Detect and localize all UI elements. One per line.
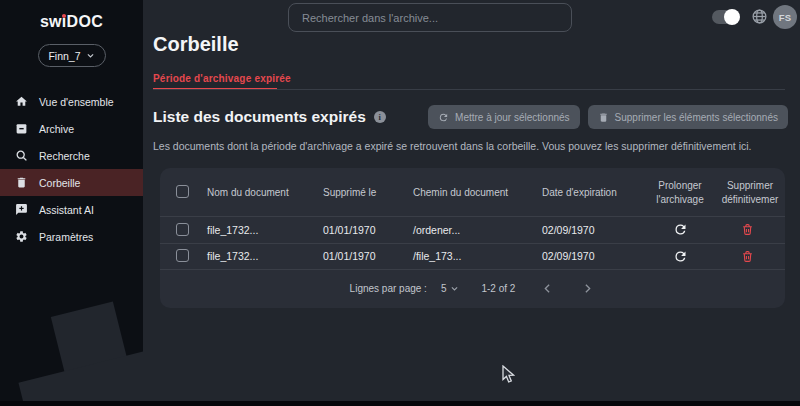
avatar[interactable]: FS [773, 5, 797, 29]
sidebar-item-recherche[interactable]: Recherche [0, 142, 143, 169]
delete-selected-label: Supprimer les éléments sélectionnés [615, 112, 778, 123]
expired-documents-table: Nom du document Supprimé le Chemin du do… [160, 168, 785, 308]
search-input[interactable] [288, 3, 572, 32]
delete-forever-button[interactable] [740, 249, 754, 263]
sidebar-item-vue-densemble[interactable]: Vue d'ensemble [0, 88, 143, 115]
section-heading-text: Liste des documents expirés [153, 108, 366, 126]
cell-document-path: /file_173... [413, 250, 461, 262]
update-selected-label: Mettre à jour sélectionnés [455, 112, 570, 123]
cell-expiry-date: 02/09/1970 [542, 224, 595, 236]
column-header-delete: Supprimer définitivemer [707, 179, 785, 207]
chevron-right-icon [581, 282, 594, 295]
caret-down-icon [450, 284, 459, 293]
mouse-cursor [502, 365, 515, 388]
user-menu-button[interactable]: Finn_7 [38, 44, 106, 67]
info-icon[interactable] [374, 111, 386, 123]
brand-logo-text: DOC [67, 13, 103, 30]
pagination-range: 1-2 of 2 [481, 283, 515, 294]
toggle-knob [724, 9, 740, 25]
sidebar-item-label: Corbeille [39, 177, 80, 189]
cell-deleted-date: 01/01/1970 [323, 250, 376, 262]
cell-document-path: /ordener... [413, 224, 460, 236]
select-row-checkbox[interactable] [176, 223, 189, 236]
sidebar-item-archive[interactable]: Archive [0, 115, 143, 142]
sidebar-nav: Vue d'ensemble Archive Recherche Corbeil… [0, 88, 143, 250]
cell-expiry-date: 02/09/1970 [542, 250, 595, 262]
home-icon [15, 95, 28, 108]
select-all-checkbox[interactable] [176, 185, 189, 198]
update-selected-button[interactable]: Mettre à jour sélectionnés [428, 105, 580, 129]
column-header-path: Chemin du document [413, 187, 508, 198]
bottom-strip [0, 401, 800, 406]
trash-icon [741, 250, 754, 263]
delete-forever-button[interactable] [740, 223, 754, 237]
sidebar-item-label: Recherche [39, 150, 90, 162]
sidebar-item-label: Vue d'ensemble [39, 96, 114, 108]
theme-toggle[interactable] [712, 10, 739, 24]
next-page-button[interactable] [579, 281, 595, 297]
rows-per-page-select[interactable]: 5 [441, 283, 460, 294]
section-heading: Liste des documents expirés [153, 108, 386, 126]
sidebar-item-corbeille[interactable]: Corbeille [0, 169, 143, 196]
search-icon [15, 149, 28, 162]
sidebar-item-parametres[interactable]: Paramètres [0, 223, 143, 250]
extend-archive-button[interactable] [672, 248, 688, 264]
tab-divider [153, 89, 785, 90]
table-row: file_1732... 01/01/1970 /ordener... 02/0… [160, 216, 785, 243]
brand-logo-text: sw [40, 13, 62, 30]
chat-assistant-icon [15, 203, 28, 216]
table-row: file_1732... 01/01/1970 /file_173... 02/… [160, 243, 785, 269]
tab-periode-archivage-expiree[interactable]: Période d'archivage expirée [153, 73, 291, 84]
refresh-icon [673, 222, 688, 237]
sidebar: swiDOC Finn_7 Vue d'ensemble Archive Rec… [0, 0, 143, 406]
column-header-delete-line1: Supprimer [707, 179, 785, 193]
cell-document-name: file_1732... [207, 250, 258, 262]
previous-page-button[interactable] [539, 281, 555, 297]
column-header-expiry: Date d'expiration [542, 187, 617, 198]
section-description: Les documents dont la période d'archivag… [153, 140, 752, 152]
language-globe-icon[interactable] [751, 8, 768, 25]
chevron-down-icon [86, 51, 95, 60]
action-buttons: Mettre à jour sélectionnés Supprimer les… [428, 105, 788, 129]
trash-icon [741, 223, 754, 236]
table-header: Nom du document Supprimé le Chemin du do… [160, 168, 785, 216]
trash-icon [598, 112, 609, 123]
pagination: Lignes par page : 5 1-2 of 2 [160, 269, 785, 308]
refresh-icon [673, 249, 688, 264]
delete-selected-button[interactable]: Supprimer les éléments sélectionnés [588, 105, 788, 129]
extend-archive-button[interactable] [672, 222, 688, 238]
cell-document-name: file_1732... [207, 224, 258, 236]
select-row-checkbox[interactable] [176, 249, 189, 262]
gear-icon [15, 230, 28, 243]
page-title: Corbeille [153, 33, 239, 56]
rows-per-page-value: 5 [441, 283, 447, 294]
refresh-icon [438, 112, 449, 123]
sidebar-item-label: Archive [39, 123, 74, 135]
sidebar-item-label: Assistant AI [39, 204, 94, 216]
user-menu-label: Finn_7 [48, 50, 80, 62]
column-header-deleted: Supprimé le [323, 187, 376, 198]
cell-deleted-date: 01/01/1970 [323, 224, 376, 236]
sidebar-item-assistant-ai[interactable]: Assistant AI [0, 196, 143, 223]
archive-icon [15, 122, 28, 135]
sidebar-item-label: Paramètres [39, 231, 93, 243]
brand-logo-accent-letter: i [62, 13, 67, 30]
rows-per-page-label: Lignes par page : [350, 283, 427, 294]
trash-icon [15, 176, 28, 189]
chevron-left-icon [541, 282, 554, 295]
column-header-delete-line2: définitivemer [707, 193, 785, 207]
brand-logo: swiDOC [0, 13, 143, 31]
column-header-name: Nom du document [207, 187, 289, 198]
app-window: swiDOC Finn_7 Vue d'ensemble Archive Rec… [0, 0, 800, 406]
